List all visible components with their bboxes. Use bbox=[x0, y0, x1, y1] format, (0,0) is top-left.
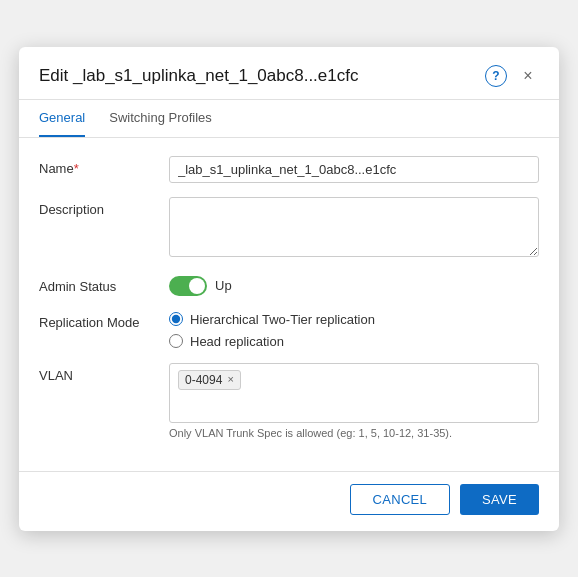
toggle-wrap: Up bbox=[169, 274, 539, 296]
header-icons: ? × bbox=[485, 65, 539, 87]
radio-hierarchical-label: Hierarchical Two-Tier replication bbox=[190, 312, 375, 327]
vlan-tag-value: 0-4094 bbox=[185, 373, 222, 387]
name-label: Name* bbox=[39, 156, 169, 176]
vlan-tag: 0-4094 × bbox=[178, 370, 241, 390]
admin-status-value: Up bbox=[215, 278, 232, 293]
vlan-control: 0-4094 × Only VLAN Trunk Spec is allowed… bbox=[169, 363, 539, 439]
vlan-field[interactable]: 0-4094 × bbox=[169, 363, 539, 423]
admin-status-label: Admin Status bbox=[39, 274, 169, 294]
radio-hierarchical[interactable]: Hierarchical Two-Tier replication bbox=[169, 312, 539, 327]
admin-status-row: Admin Status Up bbox=[39, 274, 539, 296]
modal-title: Edit _lab_s1_uplinka_net_1_0abc8...e1cfc bbox=[39, 66, 358, 86]
edit-modal: Edit _lab_s1_uplinka_net_1_0abc8...e1cfc… bbox=[19, 47, 559, 531]
description-control bbox=[169, 197, 539, 260]
help-icon[interactable]: ? bbox=[485, 65, 507, 87]
description-label: Description bbox=[39, 197, 169, 217]
close-icon[interactable]: × bbox=[517, 65, 539, 87]
radio-head-input[interactable] bbox=[169, 334, 183, 348]
radio-hierarchical-input[interactable] bbox=[169, 312, 183, 326]
save-button[interactable]: SAVE bbox=[460, 484, 539, 515]
vlan-hint: Only VLAN Trunk Spec is allowed (eg: 1, … bbox=[169, 427, 539, 439]
replication-mode-control: Hierarchical Two-Tier replication Head r… bbox=[169, 310, 539, 349]
replication-radio-group: Hierarchical Two-Tier replication Head r… bbox=[169, 310, 539, 349]
replication-mode-label: Replication Mode bbox=[39, 310, 169, 330]
admin-status-control: Up bbox=[169, 274, 539, 296]
modal-header: Edit _lab_s1_uplinka_net_1_0abc8...e1cfc… bbox=[19, 47, 559, 100]
required-indicator: * bbox=[74, 161, 79, 176]
vlan-row: VLAN 0-4094 × Only VLAN Trunk Spec is al… bbox=[39, 363, 539, 439]
modal-footer: CANCEL SAVE bbox=[19, 471, 559, 531]
radio-head[interactable]: Head replication bbox=[169, 334, 539, 349]
replication-mode-row: Replication Mode Hierarchical Two-Tier r… bbox=[39, 310, 539, 349]
modal-body: Name* Description Admin Status bbox=[19, 138, 559, 471]
name-input[interactable] bbox=[169, 156, 539, 183]
description-row: Description bbox=[39, 197, 539, 260]
description-input[interactable] bbox=[169, 197, 539, 257]
tabs-bar: General Switching Profiles bbox=[19, 100, 559, 138]
name-control bbox=[169, 156, 539, 183]
vlan-tag-remove[interactable]: × bbox=[227, 374, 233, 385]
toggle-slider bbox=[169, 276, 207, 296]
tab-switching-profiles[interactable]: Switching Profiles bbox=[109, 100, 212, 137]
cancel-button[interactable]: CANCEL bbox=[350, 484, 451, 515]
tab-general[interactable]: General bbox=[39, 100, 85, 137]
admin-status-toggle[interactable] bbox=[169, 276, 207, 296]
name-row: Name* bbox=[39, 156, 539, 183]
vlan-label: VLAN bbox=[39, 363, 169, 383]
radio-head-label: Head replication bbox=[190, 334, 284, 349]
